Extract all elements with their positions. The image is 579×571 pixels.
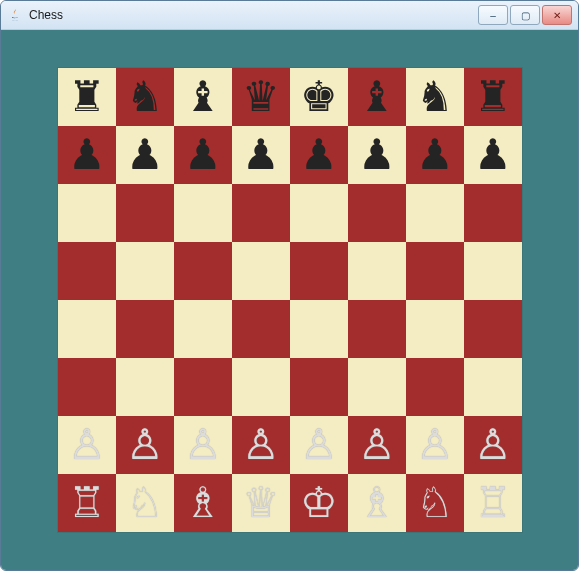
square-h8[interactable]: ♜: [464, 68, 522, 126]
square-d5[interactable]: [232, 242, 290, 300]
black-queen-icon[interactable]: ♛: [242, 76, 280, 118]
square-c3[interactable]: [174, 358, 232, 416]
square-g3[interactable]: [406, 358, 464, 416]
white-rook-icon[interactable]: ♖: [474, 482, 512, 524]
square-d2[interactable]: ♙: [232, 416, 290, 474]
white-queen-icon[interactable]: ♕: [242, 482, 280, 524]
square-h4[interactable]: [464, 300, 522, 358]
square-d7[interactable]: ♟: [232, 126, 290, 184]
square-g5[interactable]: [406, 242, 464, 300]
square-c1[interactable]: ♗: [174, 474, 232, 532]
square-c2[interactable]: ♙: [174, 416, 232, 474]
square-f8[interactable]: ♝: [348, 68, 406, 126]
square-e3[interactable]: [290, 358, 348, 416]
white-king-icon[interactable]: ♔: [300, 482, 338, 524]
square-a7[interactable]: ♟: [58, 126, 116, 184]
square-b3[interactable]: [116, 358, 174, 416]
square-d4[interactable]: [232, 300, 290, 358]
white-pawn-icon[interactable]: ♙: [358, 424, 396, 466]
square-c4[interactable]: [174, 300, 232, 358]
square-h6[interactable]: [464, 184, 522, 242]
square-f5[interactable]: [348, 242, 406, 300]
white-bishop-icon[interactable]: ♗: [358, 482, 396, 524]
square-a8[interactable]: ♜: [58, 68, 116, 126]
square-a2[interactable]: ♙: [58, 416, 116, 474]
white-knight-icon[interactable]: ♘: [126, 482, 164, 524]
square-c6[interactable]: [174, 184, 232, 242]
white-pawn-icon[interactable]: ♙: [126, 424, 164, 466]
square-b6[interactable]: [116, 184, 174, 242]
square-d3[interactable]: [232, 358, 290, 416]
white-pawn-icon[interactable]: ♙: [184, 424, 222, 466]
square-g7[interactable]: ♟: [406, 126, 464, 184]
titlebar[interactable]: Chess – ▢ ✕: [1, 1, 578, 30]
square-g2[interactable]: ♙: [406, 416, 464, 474]
maximize-button[interactable]: ▢: [510, 5, 540, 25]
square-h5[interactable]: [464, 242, 522, 300]
black-bishop-icon[interactable]: ♝: [358, 76, 396, 118]
square-a4[interactable]: [58, 300, 116, 358]
square-f1[interactable]: ♗: [348, 474, 406, 532]
square-d8[interactable]: ♛: [232, 68, 290, 126]
square-h7[interactable]: ♟: [464, 126, 522, 184]
square-a1[interactable]: ♖: [58, 474, 116, 532]
black-knight-icon[interactable]: ♞: [126, 76, 164, 118]
black-pawn-icon[interactable]: ♟: [184, 134, 222, 176]
black-pawn-icon[interactable]: ♟: [126, 134, 164, 176]
black-pawn-icon[interactable]: ♟: [300, 134, 338, 176]
square-c8[interactable]: ♝: [174, 68, 232, 126]
black-king-icon[interactable]: ♚: [300, 76, 338, 118]
square-h2[interactable]: ♙: [464, 416, 522, 474]
square-b7[interactable]: ♟: [116, 126, 174, 184]
white-pawn-icon[interactable]: ♙: [68, 424, 106, 466]
square-e1[interactable]: ♔: [290, 474, 348, 532]
square-f2[interactable]: ♙: [348, 416, 406, 474]
square-e4[interactable]: [290, 300, 348, 358]
square-b2[interactable]: ♙: [116, 416, 174, 474]
square-g4[interactable]: [406, 300, 464, 358]
white-knight-icon[interactable]: ♘: [416, 482, 454, 524]
minimize-button[interactable]: –: [478, 5, 508, 25]
square-b5[interactable]: [116, 242, 174, 300]
square-g1[interactable]: ♘: [406, 474, 464, 532]
square-f3[interactable]: [348, 358, 406, 416]
square-e7[interactable]: ♟: [290, 126, 348, 184]
black-pawn-icon[interactable]: ♟: [68, 134, 106, 176]
white-pawn-icon[interactable]: ♙: [416, 424, 454, 466]
square-h1[interactable]: ♖: [464, 474, 522, 532]
white-bishop-icon[interactable]: ♗: [184, 482, 222, 524]
square-b1[interactable]: ♘: [116, 474, 174, 532]
square-a3[interactable]: [58, 358, 116, 416]
square-d6[interactable]: [232, 184, 290, 242]
square-a6[interactable]: [58, 184, 116, 242]
square-e8[interactable]: ♚: [290, 68, 348, 126]
square-b4[interactable]: [116, 300, 174, 358]
square-e2[interactable]: ♙: [290, 416, 348, 474]
square-d1[interactable]: ♕: [232, 474, 290, 532]
black-bishop-icon[interactable]: ♝: [184, 76, 222, 118]
square-f6[interactable]: [348, 184, 406, 242]
square-a5[interactable]: [58, 242, 116, 300]
square-c5[interactable]: [174, 242, 232, 300]
square-e6[interactable]: [290, 184, 348, 242]
close-button[interactable]: ✕: [542, 5, 572, 25]
black-pawn-icon[interactable]: ♟: [416, 134, 454, 176]
square-c7[interactable]: ♟: [174, 126, 232, 184]
square-h3[interactable]: [464, 358, 522, 416]
square-g6[interactable]: [406, 184, 464, 242]
white-pawn-icon[interactable]: ♙: [300, 424, 338, 466]
square-g8[interactable]: ♞: [406, 68, 464, 126]
black-rook-icon[interactable]: ♜: [474, 76, 512, 118]
white-pawn-icon[interactable]: ♙: [474, 424, 512, 466]
black-knight-icon[interactable]: ♞: [416, 76, 454, 118]
square-b8[interactable]: ♞: [116, 68, 174, 126]
square-f4[interactable]: [348, 300, 406, 358]
black-pawn-icon[interactable]: ♟: [242, 134, 280, 176]
white-rook-icon[interactable]: ♖: [68, 482, 106, 524]
black-pawn-icon[interactable]: ♟: [474, 134, 512, 176]
white-pawn-icon[interactable]: ♙: [242, 424, 280, 466]
black-rook-icon[interactable]: ♜: [68, 76, 106, 118]
square-f7[interactable]: ♟: [348, 126, 406, 184]
square-e5[interactable]: [290, 242, 348, 300]
black-pawn-icon[interactable]: ♟: [358, 134, 396, 176]
